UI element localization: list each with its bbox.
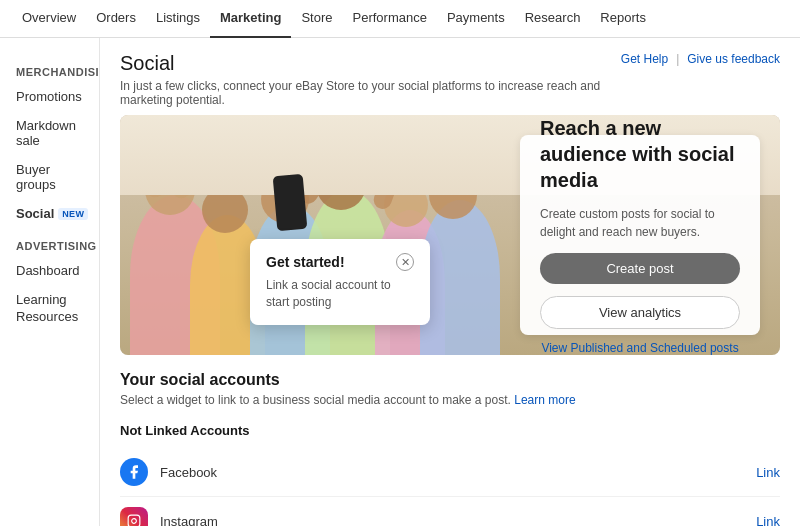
view-published-link[interactable]: View Published and Scheduled posts [540,341,740,355]
new-badge: NEW [58,208,88,220]
sidebar-item-buyer-groups[interactable]: Buyer groups [0,155,99,199]
get-help-link[interactable]: Get Help [621,52,668,66]
nav-item-orders[interactable]: Orders [86,0,146,38]
nav-item-listings[interactable]: Listings [146,0,210,38]
nav-item-store[interactable]: Store [291,0,342,38]
nav-item-performance[interactable]: Performance [342,0,436,38]
main-layout: MERCHANDISING Promotions Markdown sale B… [0,38,800,526]
sidebar-item-social[interactable]: Social NEW [0,199,99,228]
svg-rect-0 [128,515,140,526]
social-accounts-section: Your social accounts Select a widget to … [100,371,800,526]
tooltip-title: Get started! [266,254,345,270]
social-accounts-subtitle: Select a widget to link to a business so… [120,393,780,407]
page-header: Social In just a few clicks, connect you… [100,38,800,115]
nav-item-marketing[interactable]: Marketing [210,0,291,38]
create-post-button[interactable]: Create post [540,253,740,284]
hero-card: Reach a new audience with social media C… [520,135,760,335]
hero-card-title: Reach a new audience with social media [540,115,740,193]
facebook-name: Facebook [160,465,744,480]
learn-more-link[interactable]: Learn more [514,393,575,407]
sidebar-item-dashboard[interactable]: Dashboard [0,256,99,285]
nav-item-research[interactable]: Research [515,0,591,38]
main-content: Social In just a few clicks, connect you… [100,38,800,526]
sidebar-item-learning-resources[interactable]: Learning Resources [0,285,99,333]
view-analytics-button[interactable]: View analytics [540,296,740,329]
instagram-name: Instagram [160,514,744,527]
page-title-block: Social In just a few clicks, connect you… [120,52,621,107]
instagram-link-button[interactable]: Link [756,514,780,527]
give-feedback-link[interactable]: Give us feedback [687,52,780,66]
tooltip-header: Get started! ✕ [266,253,414,271]
facebook-link-button[interactable]: Link [756,465,780,480]
page-title: Social [120,52,621,75]
header-links: Get Help | Give us feedback [621,52,780,66]
not-linked-header: Not Linked Accounts [120,423,780,438]
nav-item-overview[interactable]: Overview [12,0,86,38]
tooltip-bubble: Get started! ✕ Link a social account to … [250,239,430,325]
facebook-account-row: Facebook Link [120,448,780,497]
instagram-account-row: Instagram Link [120,497,780,526]
tooltip-text: Link a social account to start posting [266,277,414,311]
instagram-icon [120,507,148,526]
hero-section: Reach a new audience with social media C… [120,115,780,355]
top-nav: Overview Orders Listings Marketing Store… [0,0,800,38]
page-subtitle: In just a few clicks, connect your eBay … [120,79,621,107]
pipe-divider: | [676,52,679,66]
social-accounts-title: Your social accounts [120,371,780,389]
facebook-icon [120,458,148,486]
nav-item-reports[interactable]: Reports [590,0,656,38]
sidebar-item-markdown-sale[interactable]: Markdown sale [0,111,99,155]
tooltip-close-button[interactable]: ✕ [396,253,414,271]
advertising-section-header: ADVERTISING [0,228,99,256]
merchandising-section-header: MERCHANDISING [0,54,99,82]
hero-card-subtitle: Create custom posts for social to deligh… [540,205,740,241]
sidebar-item-promotions[interactable]: Promotions [0,82,99,111]
sidebar: MERCHANDISING Promotions Markdown sale B… [0,38,100,526]
nav-item-payments[interactable]: Payments [437,0,515,38]
